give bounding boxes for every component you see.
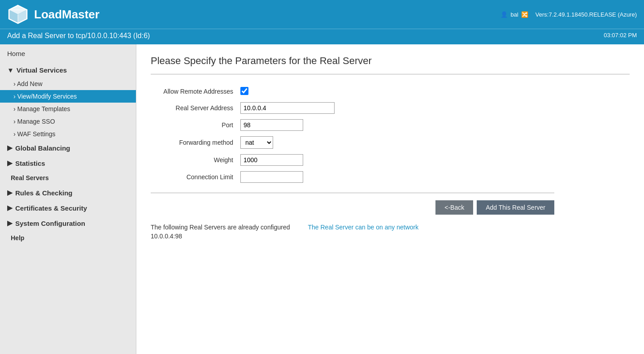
port-field — [240, 117, 554, 134]
port-label: Port — [151, 117, 240, 134]
allow-remote-label: Allow Remote Addresses — [151, 83, 240, 99]
forwarding-method-field: nat tunnel route — [240, 134, 554, 151]
arrow-icon-certs: ▶ — [7, 204, 13, 212]
form-row-real-server-address: Real Server Address — [151, 99, 554, 117]
form-row-allow-remote: Allow Remote Addresses — [151, 83, 554, 99]
sidebar-label-rules-checking: Rules & Checking — [15, 189, 73, 197]
main-content: Please Specify the Parameters for the Re… — [136, 44, 644, 354]
info-configured-title: The following Real Servers are already c… — [151, 224, 290, 231]
app-title: LoadMaster — [34, 8, 100, 22]
sidebar-label-global-balancing: Global Balancing — [15, 144, 70, 152]
sidebar-section-rules-checking[interactable]: ▶ Rules & Checking — [0, 185, 136, 200]
info-configured-value: 10.0.0.4:98 — [151, 233, 290, 240]
arrow-icon-rules: ▶ — [7, 189, 13, 197]
sidebar: Home ▼ Virtual Services › Add New › View… — [0, 44, 136, 354]
port-input[interactable] — [240, 119, 303, 131]
connection-limit-field — [240, 168, 554, 186]
header: LoadMaster 👤 bal 🔀 Vers:7.2.49.1.18450.R… — [0, 0, 644, 44]
allow-remote-checkbox[interactable] — [240, 87, 248, 95]
version-info: Vers:7.2.49.1.18450.RELEASE (Azure) — [535, 11, 637, 18]
username: bal — [510, 11, 518, 18]
user-icon: 👤 — [500, 11, 508, 18]
sidebar-label-virtual-services: Virtual Services — [17, 66, 67, 74]
real-server-address-field — [240, 99, 554, 117]
form-row-weight: Weight — [151, 151, 554, 168]
form-row-forwarding-method: Forwarding method nat tunnel route — [151, 134, 554, 151]
header-user: 👤 bal 🔀 — [500, 11, 528, 18]
form-table: Allow Remote Addresses Real Server Addre… — [151, 83, 554, 186]
sidebar-child-waf-settings[interactable]: › WAF Settings — [0, 128, 136, 140]
sidebar-child-manage-templates[interactable]: › Manage Templates — [0, 103, 136, 115]
arrow-icon-system: ▶ — [7, 219, 13, 227]
sidebar-child-manage-sso[interactable]: › Manage SSO — [0, 115, 136, 128]
header-right: 👤 bal 🔀 Vers:7.2.49.1.18450.RELEASE (Azu… — [500, 11, 637, 18]
info-configured: The following Real Servers are already c… — [151, 224, 290, 240]
header-time: 03:07:02 PM — [604, 32, 637, 39]
info-network-note: The Real Server can be on any network — [308, 224, 419, 240]
sidebar-label-certificates: Certificates & Security — [15, 204, 87, 212]
form-divider-top — [151, 74, 630, 74]
sidebar-item-real-servers[interactable]: Real Servers — [0, 171, 136, 185]
form-divider-bottom — [151, 193, 554, 193]
sidebar-section-global-balancing[interactable]: ▶ Global Balancing — [0, 140, 136, 155]
weight-input[interactable] — [240, 154, 303, 166]
real-server-address-label: Real Server Address — [151, 99, 240, 117]
sidebar-item-help[interactable]: Help — [0, 231, 136, 245]
sidebar-section-certificates[interactable]: ▶ Certificates & Security — [0, 200, 136, 216]
arrow-icon-statistics: ▶ — [7, 159, 13, 167]
header-subtitle: Add a Real Server to tcp/10.0.0.10:443 (… — [0, 29, 644, 44]
sidebar-label-system-config: System Configuration — [15, 220, 85, 227]
add-real-server-button[interactable]: Add This Real Server — [477, 200, 554, 215]
allow-remote-field — [240, 83, 554, 99]
layout: Home ▼ Virtual Services › Add New › View… — [0, 44, 644, 354]
form-row-port: Port — [151, 117, 554, 134]
connection-limit-label: Connection Limit — [151, 168, 240, 186]
forwarding-method-label: Forwarding method — [151, 134, 240, 151]
weight-label: Weight — [151, 151, 240, 168]
real-server-address-input[interactable] — [240, 102, 335, 114]
sidebar-section-statistics[interactable]: ▶ Statistics — [0, 155, 136, 171]
sidebar-child-view-modify[interactable]: › View/Modify Services — [0, 90, 136, 103]
back-button[interactable]: <-Back — [435, 200, 473, 215]
connection-limit-input[interactable] — [240, 171, 303, 183]
sidebar-label-statistics: Statistics — [15, 160, 45, 167]
nav-icon[interactable]: 🔀 — [521, 11, 528, 18]
header-brand: LoadMaster — [7, 4, 100, 25]
kemp-logo — [7, 4, 29, 25]
weight-field — [240, 151, 554, 168]
sidebar-section-virtual-services[interactable]: ▼ Virtual Services — [0, 63, 136, 78]
header-top: LoadMaster 👤 bal 🔀 Vers:7.2.49.1.18450.R… — [0, 0, 644, 29]
arrow-icon-global: ▶ — [7, 144, 13, 152]
form-row-connection-limit: Connection Limit — [151, 168, 554, 186]
buttons-row: <-Back Add This Real Server — [151, 200, 554, 215]
sidebar-section-system-config[interactable]: ▶ System Configuration — [0, 216, 136, 231]
sidebar-child-add-new[interactable]: › Add New — [0, 78, 136, 90]
arrow-icon-virtual: ▼ — [7, 66, 14, 74]
sidebar-item-home[interactable]: Home — [0, 44, 136, 63]
subtitle-text: Add a Real Server to tcp/10.0.0.10:443 (… — [7, 32, 150, 39]
forwarding-method-select[interactable]: nat tunnel route — [240, 136, 273, 149]
page-heading: Please Specify the Parameters for the Re… — [151, 55, 630, 67]
info-section: The following Real Servers are already c… — [151, 224, 554, 240]
